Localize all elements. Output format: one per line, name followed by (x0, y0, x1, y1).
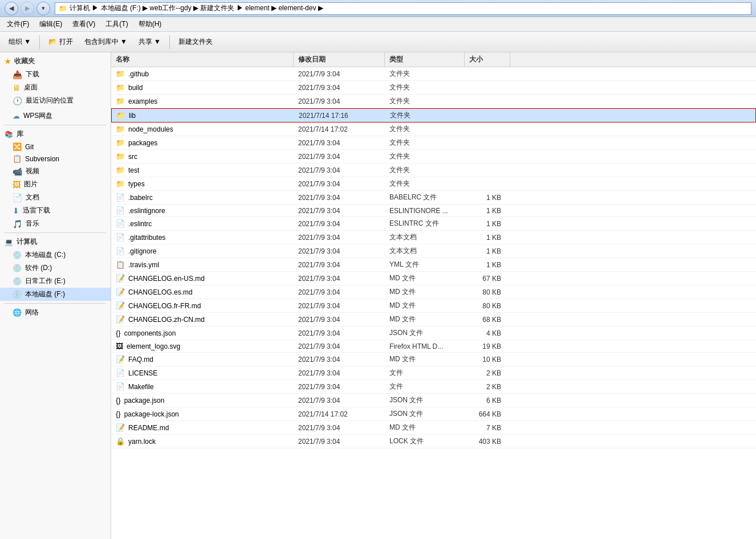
file-icon: 📝 (116, 274, 125, 283)
file-icon: 📝 (116, 355, 125, 364)
sidebar-item-recent[interactable]: 🕐 最近访问的位置 (0, 94, 111, 107)
share-button[interactable]: 共享 ▼ (133, 35, 166, 49)
table-row[interactable]: 📁 src 2021/7/9 3:04 文件夹 (111, 150, 756, 164)
table-row[interactable]: 📁 packages 2021/7/9 3:04 文件夹 (111, 136, 756, 150)
table-row[interactable]: 📋 .travis.yml 2021/7/9 3:04 YML 文件 1 KB (111, 258, 756, 272)
address-bar[interactable]: 📁 计算机 ▶ 本地磁盘 (F:) ▶ web工作--gdy ▶ 新建文件夹 ▶… (55, 2, 751, 15)
computer-header[interactable]: 💻 计算机 (0, 235, 111, 248)
sidebar-item-music[interactable]: 🎵 音乐 (0, 217, 111, 230)
table-row[interactable]: 📄 .gitattributes 2021/7/9 3:04 文本文档 1 KB (111, 231, 756, 244)
table-row[interactable]: 📄 .gitignore 2021/7/9 3:04 文本文档 1 KB (111, 244, 756, 258)
menu-edit[interactable]: 编辑(E) (35, 18, 67, 30)
table-row[interactable]: 📝 CHANGELOG.fr-FR.md 2021/7/9 3:04 MD 文件… (111, 299, 756, 313)
file-icon: 📁 (116, 152, 125, 161)
table-row[interactable]: 📝 CHANGELOG.zh-CN.md 2021/7/9 3:04 MD 文件… (111, 313, 756, 326)
sidebar-item-git[interactable]: 🔀 Git (0, 141, 111, 153)
col-header-type[interactable]: 类型 (385, 52, 465, 67)
file-type: JSON 文件 (385, 407, 465, 420)
sidebar-item-network[interactable]: 🌐 网络 (0, 306, 111, 319)
xunlei-icon: ⬇ (13, 206, 19, 215)
table-row[interactable]: {} package-lock.json 2021/7/14 17:02 JSO… (111, 407, 756, 421)
table-row[interactable]: 📁 build 2021/7/9 3:04 文件夹 (111, 81, 756, 95)
sidebar-item-wps[interactable]: ☁ WPS网盘 (0, 109, 111, 122)
include-button[interactable]: 包含到库中 ▼ (79, 35, 132, 49)
table-row[interactable]: 📝 README.md 2021/7/9 3:04 MD 文件 7 KB (111, 421, 756, 435)
sidebar-item-e-drive[interactable]: 💿 日常工作 (E:) (0, 275, 111, 288)
table-row[interactable]: {} package.json 2021/7/9 3:04 JSON 文件 6 … (111, 394, 756, 407)
menu-help[interactable]: 帮助(H) (134, 18, 166, 30)
git-label: Git (25, 143, 34, 151)
sidebar-item-video[interactable]: 📹 视频 (0, 165, 111, 178)
col-header-date[interactable]: 修改日期 (294, 52, 385, 67)
table-row[interactable]: {} components.json 2021/7/9 3:04 JSON 文件… (111, 326, 756, 340)
sidebar-item-download[interactable]: 📥 下载 (0, 68, 111, 81)
sidebar-item-xunlei[interactable]: ⬇ 迅雷下载 (0, 204, 111, 217)
recent-icon: 🕐 (13, 96, 22, 105)
forward-button[interactable]: ▶ (21, 2, 34, 15)
sidebar-item-image[interactable]: 🖼 图片 (0, 178, 111, 191)
sidebar-item-f-drive[interactable]: 💿 本地磁盘 (F:) (0, 288, 111, 301)
newfolder-button[interactable]: 新建文件夹 (173, 35, 218, 49)
file-size (465, 114, 511, 117)
table-row[interactable]: 📁 types 2021/7/9 3:04 文件夹 (111, 177, 756, 191)
library-header[interactable]: 📚 库 (0, 128, 111, 141)
title-bar: ◀ ▶ ▾ 📁 计算机 ▶ 本地磁盘 (F:) ▶ web工作--gdy ▶ 新… (0, 0, 756, 17)
table-row[interactable]: 📁 lib 2021/7/14 17:16 文件夹 (111, 108, 756, 122)
file-date: 2021/7/14 17:02 (294, 409, 385, 420)
file-name: test (128, 166, 139, 174)
main-layout: ★ 收藏夹 📥 下载 🖥 桌面 🕐 最近访问的位置 ☁ WPS网盘 (0, 52, 756, 539)
file-icon: 📝 (116, 423, 125, 432)
file-icon: 📄 (116, 369, 125, 377)
e-drive-label: 日常工作 (E:) (25, 276, 66, 286)
table-row[interactable]: 📝 CHANGELOG.es.md 2021/7/9 3:04 MD 文件 80… (111, 285, 756, 299)
file-type: 文件夹 (385, 122, 465, 136)
dropdown-button[interactable]: ▾ (36, 2, 50, 15)
table-row[interactable]: 📄 Makefile 2021/7/9 3:04 文件 2 KB (111, 380, 756, 394)
table-row[interactable]: 📁 test 2021/7/9 3:04 文件夹 (111, 164, 756, 177)
file-type: Firefox HTML D... (385, 341, 465, 352)
c-drive-icon: 💿 (13, 251, 22, 259)
table-row[interactable]: 📝 FAQ.md 2021/7/9 3:04 MD 文件 10 KB (111, 353, 756, 366)
sidebar-item-desktop[interactable]: 🖥 桌面 (0, 81, 111, 94)
file-name: CHANGELOG.en-US.md (128, 275, 205, 283)
table-row[interactable]: 📄 .babelrc 2021/7/9 3:04 BABELRC 文件 1 KB (111, 191, 756, 205)
table-row[interactable]: 📄 LICENSE 2021/7/9 3:04 文件 2 KB (111, 366, 756, 380)
sidebar-item-d-drive[interactable]: 💿 软件 (D:) (0, 262, 111, 275)
sidebar-item-subversion[interactable]: 📋 Subversion (0, 153, 111, 165)
table-row[interactable]: 🔒 yarn.lock 2021/7/9 3:04 LOCK 文件 403 KB (111, 435, 756, 448)
file-date: 2021/7/9 3:04 (294, 436, 385, 447)
menu-tools[interactable]: 工具(T) (101, 18, 132, 30)
favorites-header[interactable]: ★ 收藏夹 (0, 55, 111, 68)
table-row[interactable]: 📄 .eslintignore 2021/7/9 3:04 ESLINTIGNO… (111, 205, 756, 217)
file-name: package-lock.json (124, 410, 179, 418)
file-name: element_logo.svg (127, 342, 180, 350)
file-icon: 🖼 (116, 342, 123, 350)
col-header-size[interactable]: 大小 (465, 52, 510, 67)
sidebar-item-c-drive[interactable]: 💿 本地磁盘 (C:) (0, 248, 111, 262)
table-row[interactable]: 📁 node_modules 2021/7/14 17:02 文件夹 (111, 122, 756, 136)
file-type: LOCK 文件 (385, 435, 465, 448)
table-row[interactable]: 📁 examples 2021/7/9 3:04 文件夹 (111, 95, 756, 108)
file-date: 2021/7/9 3:04 (294, 287, 385, 298)
file-icon: 📁 (116, 70, 125, 78)
back-button[interactable]: ◀ (5, 2, 18, 15)
table-row[interactable]: 📁 .github 2021/7/9 3:04 文件夹 (111, 67, 756, 81)
col-header-name[interactable]: 名称 (111, 52, 294, 67)
organize-button[interactable]: 组织 ▼ (3, 35, 36, 49)
download-icon: 📥 (13, 70, 22, 79)
menu-file[interactable]: 文件(F) (2, 18, 34, 30)
table-row[interactable]: 📝 CHANGELOG.en-US.md 2021/7/9 3:04 MD 文件… (111, 272, 756, 285)
d-drive-icon: 💿 (13, 264, 22, 272)
file-name: CHANGELOG.zh-CN.md (128, 316, 205, 324)
table-row[interactable]: 🖼 element_logo.svg 2021/7/9 3:04 Firefox… (111, 340, 756, 353)
file-date: 2021/7/9 3:04 (294, 232, 385, 243)
open-button[interactable]: 📂 打开 (43, 35, 78, 49)
computer-icon: 💻 (5, 238, 13, 246)
sidebar-item-docs[interactable]: 📄 文档 (0, 191, 111, 204)
file-icon: 📝 (116, 315, 125, 324)
menu-view[interactable]: 查看(V) (68, 18, 100, 30)
table-row[interactable]: 📄 .eslintrc 2021/7/9 3:04 ESLINTRC 文件 1 … (111, 217, 756, 231)
file-type: 文件 (385, 380, 465, 393)
file-type: JSON 文件 (385, 394, 465, 407)
wps-icon: ☁ (13, 112, 20, 120)
